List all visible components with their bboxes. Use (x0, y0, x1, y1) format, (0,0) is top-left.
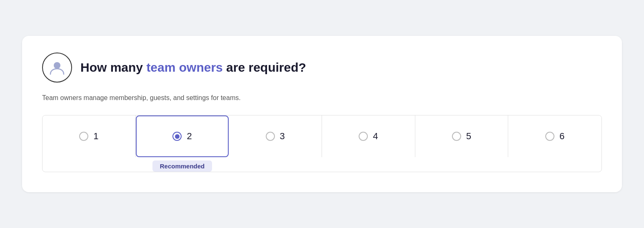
option-cell-1[interactable]: 1 (42, 115, 136, 157)
recommended-badge: Recommended (152, 160, 212, 172)
description: Team owners manage membership, guests, a… (42, 94, 602, 102)
option-cell-3[interactable]: 3 (229, 115, 322, 157)
radio-3 (266, 132, 275, 141)
radio-2-inner (175, 134, 180, 139)
option-wrapper-5: 5 (415, 115, 509, 172)
option-cell-6[interactable]: 6 (508, 115, 602, 157)
option-wrapper-4: 4 (322, 115, 415, 172)
option-label-1: 1 (93, 131, 98, 142)
option-wrapper-1: 1 (42, 115, 136, 172)
options-row: 1 2 Recommended 3 4 (42, 115, 602, 172)
avatar-icon (42, 53, 72, 83)
option-label-3: 3 (280, 131, 285, 142)
option-wrapper-3: 3 (229, 115, 322, 172)
option-cell-4[interactable]: 4 (322, 115, 415, 157)
radio-5 (452, 132, 461, 141)
option-label-6: 6 (559, 131, 564, 142)
avatar-svg (48, 58, 66, 77)
radio-1 (79, 132, 88, 141)
title-prefix: How many (80, 60, 146, 74)
option-label-5: 5 (466, 131, 471, 142)
radio-6 (545, 132, 554, 141)
option-wrapper-6: 6 (508, 115, 602, 172)
radio-4 (359, 132, 368, 141)
option-label-4: 4 (373, 131, 378, 142)
question-title: How many team owners are required? (80, 60, 306, 75)
svg-point-0 (54, 62, 60, 69)
title-suffix: are required? (223, 60, 306, 74)
option-wrapper-2: 2 Recommended (136, 115, 229, 172)
card: How many team owners are required? Team … (22, 36, 622, 192)
title-highlight: team owners (146, 60, 222, 74)
option-cell-5[interactable]: 5 (415, 115, 509, 157)
option-cell-2[interactable]: 2 (136, 115, 229, 157)
radio-2 (172, 132, 182, 141)
question-header: How many team owners are required? (42, 53, 602, 83)
option-label-2: 2 (187, 131, 192, 142)
